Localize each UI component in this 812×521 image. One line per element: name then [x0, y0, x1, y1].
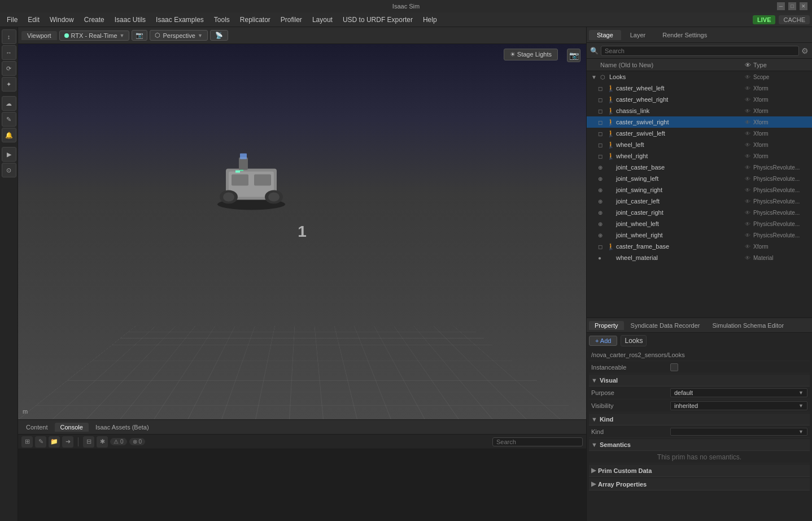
anim-icon: 🚶 — [607, 119, 616, 126]
tree-item-caster-swivel-left[interactable]: ◻ 🚶 caster_swivel_left 👁 Xform — [587, 128, 812, 139]
prim-name-label: Looks — [621, 335, 647, 346]
menu-replicator[interactable]: Replicator — [235, 15, 275, 25]
tab-render-settings[interactable]: Render Settings — [654, 30, 715, 40]
item-name: caster_wheel_left — [616, 85, 742, 92]
purpose-dropdown-arrow: ▼ — [798, 390, 804, 396]
menu-create[interactable]: Create — [80, 15, 109, 25]
tree-item-caster-wheel-left[interactable]: ◻ 🚶 caster_wheel_left 👁 Xform — [587, 83, 812, 94]
console-filter2-icon[interactable]: ⊟ — [83, 436, 94, 448]
property-tabs: Property Syndicate Data Recorder Simulat… — [587, 318, 812, 333]
toolbar-snap-btn[interactable]: ☁ — [2, 96, 16, 111]
rtx-button[interactable]: RTX - Real-Time ▼ — [59, 31, 130, 41]
camera-icon-button[interactable]: 📷 — [132, 30, 147, 41]
tree-item-wheel-right[interactable]: ◻ 🚶 wheel_right 👁 Xform — [587, 150, 812, 162]
joint-icon: ⊕ — [598, 210, 607, 216]
tab-layer[interactable]: Layer — [622, 30, 654, 40]
radio-icon: 📡 — [215, 32, 223, 39]
console-search-input[interactable] — [492, 437, 583, 446]
perspective-button[interactable]: ⬡ Perspective ▼ — [150, 30, 207, 41]
tab-syndicate[interactable]: Syndicate Data Recorder — [625, 321, 706, 330]
menu-usd-exporter[interactable]: USD to URDF Exporter — [338, 15, 417, 25]
title-bar: Isaac Sim ─ □ ✕ — [0, 0, 812, 12]
section-kind[interactable]: ▼ Kind — [589, 414, 810, 426]
prop-row-visibility: Visibility inherited ▼ — [589, 400, 810, 413]
tree-item-chassis-link[interactable]: ◻ 🚶 chassis_link 👁 Xform — [587, 105, 812, 116]
section-visual[interactable]: ▼ Visual — [589, 375, 810, 387]
console-filter-icon[interactable]: ⊞ — [21, 436, 33, 448]
tree-item-joint-caster-right[interactable]: ⊕ joint_caster_right 👁 PhysicsRevolute..… — [587, 207, 812, 218]
menu-edit[interactable]: Edit — [23, 15, 44, 25]
toolbar-scale-btn[interactable]: ✦ — [2, 77, 16, 92]
maximize-button[interactable]: □ — [788, 2, 796, 10]
tab-stage[interactable]: Stage — [589, 30, 621, 40]
purpose-select[interactable]: default ▼ — [670, 388, 807, 397]
stage-filter-icon[interactable]: ⚙ — [801, 46, 809, 55]
tree-item-joint-caster-base[interactable]: ⊕ joint_caster_base 👁 PhysicsRevolute... — [587, 162, 812, 173]
tab-sim-schema[interactable]: Simulation Schema Editor — [706, 321, 789, 330]
menu-isaac-utils[interactable]: Isaac Utils — [110, 15, 150, 25]
section-semantics[interactable]: ▼ Semantics — [589, 439, 810, 451]
console-run-icon[interactable]: ➜ — [62, 436, 73, 448]
col-name-header: Name (Old to New) — [589, 62, 742, 68]
tab-content[interactable]: Content — [20, 423, 54, 432]
anim-icon: 🚶 — [607, 130, 616, 137]
close-button[interactable]: ✕ — [800, 2, 807, 10]
tab-property[interactable]: Property — [589, 321, 624, 330]
tree-item-joint-swing-right[interactable]: ⊕ joint_swing_right 👁 PhysicsRevolute... — [587, 184, 812, 196]
tree-item-wheel-material[interactable]: ● wheel_material 👁 Material — [587, 252, 812, 263]
stage-lights-button[interactable]: ☀ Stage Lights — [504, 49, 558, 60]
toolbar-rotate-btn[interactable]: ⟳ — [2, 61, 16, 76]
menu-window[interactable]: Window — [45, 15, 78, 25]
tree-item-joint-swing-left[interactable]: ⊕ joint_swing_left 👁 PhysicsRevolute... — [587, 173, 812, 184]
tab-isaac-assets[interactable]: Isaac Assets (Beta) — [90, 423, 155, 432]
item-name: joint_caster_base — [616, 164, 742, 171]
prop-row-instanceable: Instanceable — [589, 361, 810, 374]
toolbar-edit-btn[interactable]: ✎ — [2, 112, 16, 127]
box-icon: ◻ — [598, 244, 607, 250]
item-type: PhysicsRevolute... — [753, 187, 810, 193]
menu-file[interactable]: File — [2, 15, 22, 25]
tree-item-joint-wheel-right[interactable]: ⊕ joint_wheel_right 👁 PhysicsRevolute... — [587, 229, 812, 241]
toolbar-play-btn[interactable]: ▶ — [2, 147, 16, 162]
tab-console[interactable]: Console — [55, 423, 89, 432]
viewport-tab[interactable]: Viewport — [21, 31, 57, 40]
tree-item-caster-frame-base[interactable]: ◻ 🚶 caster_frame_base 👁 Xform — [587, 241, 812, 252]
item-type: Xform — [753, 97, 810, 103]
toolbar-select-btn[interactable]: ↕ — [2, 29, 16, 44]
menu-tools[interactable]: Tools — [209, 15, 234, 25]
console-folder-icon[interactable]: 📁 — [49, 436, 60, 448]
stage-search-input[interactable] — [601, 46, 799, 56]
eye-icon: 👁 — [742, 153, 753, 159]
toolbar-record-btn[interactable]: ⊙ — [2, 163, 16, 177]
item-name: caster_swivel_left — [616, 130, 742, 137]
console-edit-icon[interactable]: ✎ — [35, 436, 46, 448]
visibility-select[interactable]: inherited ▼ — [670, 401, 807, 410]
tree-item-joint-caster-left[interactable]: ⊕ joint_caster_left 👁 PhysicsRevolute... — [587, 196, 812, 207]
viewport-camera-button[interactable]: 📷 — [567, 49, 580, 62]
instanceable-checkbox[interactable] — [670, 363, 678, 371]
kind-select[interactable]: ▼ — [670, 428, 807, 436]
tree-item-joint-wheel-left[interactable]: ⊕ joint_wheel_left 👁 PhysicsRevolute... — [587, 218, 812, 229]
radio-button[interactable]: 📡 — [210, 30, 228, 41]
menu-isaac-examples[interactable]: Isaac Examples — [151, 15, 208, 25]
console-asterisk-icon[interactable]: ✱ — [97, 436, 108, 448]
tree-item-caster-wheel-right[interactable]: ◻ 🚶 caster_wheel_right 👁 Xform — [587, 94, 812, 105]
app-title: Isaac Sim — [392, 3, 420, 10]
section-prim-custom-data[interactable]: ▶ Prim Custom Data — [589, 464, 810, 477]
viewport-canvas[interactable]: ☀ Stage Lights 📷 1 m — [18, 44, 586, 419]
menu-profiler[interactable]: Profiler — [276, 15, 307, 25]
joint-icon: ⊕ — [598, 198, 607, 205]
joint-icon: ⊕ — [598, 176, 607, 182]
minimize-button[interactable]: ─ — [777, 2, 785, 10]
tree-item-caster-swivel-right[interactable]: ◻ 🚶 caster_swivel_right 👁 Xform — [587, 116, 812, 128]
section-array-properties[interactable]: ▶ Array Properties — [589, 478, 810, 490]
toolbar-move-btn[interactable]: ↔ — [2, 45, 16, 60]
add-button[interactable]: + Add — [589, 336, 617, 346]
menu-layout[interactable]: Layout — [308, 15, 337, 25]
tree-item-looks[interactable]: ▼ ⬡ Looks 👁 Scope — [587, 71, 812, 83]
menu-help[interactable]: Help — [418, 15, 442, 25]
toolbar-notify-btn[interactable]: 🔔 — [2, 128, 16, 142]
live-badge[interactable]: LIVE — [753, 15, 775, 24]
tree-item-wheel-left[interactable]: ◻ 🚶 wheel_left 👁 Xform — [587, 139, 812, 150]
property-panel: Property Syndicate Data Recorder Simulat… — [587, 318, 812, 521]
